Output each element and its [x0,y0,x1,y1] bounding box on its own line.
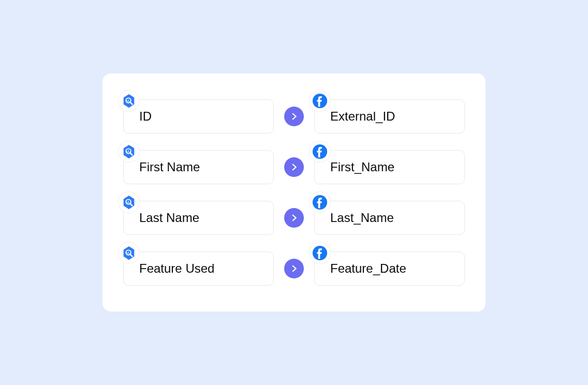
facebook-icon [312,93,328,109]
source-field-container: ID [123,99,274,134]
source-field-label: Feature Used [139,261,214,275]
bigquery-icon [121,93,137,109]
svg-marker-4 [124,145,135,158]
chevron-right-icon [289,264,299,273]
destination-field[interactable]: Last_Name [314,201,465,235]
destination-field-label: Last_Name [330,211,394,225]
bigquery-icon [121,245,137,261]
chevron-right-icon [289,213,299,223]
source-field[interactable]: Last Name [123,201,274,235]
mapping-arrow [284,259,304,278]
mapping-arrow [284,157,304,177]
svg-marker-0 [124,94,135,108]
source-badge [118,141,140,162]
destination-field-label: External_ID [330,109,395,123]
source-field-label: ID [139,109,152,123]
destination-field-container: Last_Name [314,201,465,235]
mapping-row: ID External_ID [123,99,465,134]
destination-badge [309,90,331,112]
source-badge [118,242,140,264]
destination-badge [309,242,331,264]
mapping-row: Last Name Last_Name [123,201,465,235]
source-field[interactable]: ID [123,99,274,134]
svg-marker-12 [124,246,135,260]
destination-field-label: First_Name [330,160,394,174]
destination-field-container: First_Name [314,150,465,184]
destination-field[interactable]: Feature_Date [314,251,465,286]
mapping-arrow [284,107,304,126]
source-field[interactable]: First Name [123,150,274,184]
destination-badge [309,141,331,162]
source-field[interactable]: Feature Used [123,251,274,286]
source-field-container: Feature Used [123,251,274,286]
destination-field-container: External_ID [314,99,465,134]
destination-badge [309,191,331,213]
chevron-right-icon [289,112,299,121]
facebook-icon [312,195,328,210]
mapping-row: First Name First_Name [123,150,465,184]
mapping-row: Feature Used Feature_Date [123,251,465,286]
destination-field[interactable]: First_Name [314,150,465,184]
chevron-right-icon [289,162,299,172]
facebook-icon [312,245,328,261]
destination-field-container: Feature_Date [314,251,465,286]
mapping-card: ID External_ID [102,73,486,312]
svg-marker-8 [124,196,135,209]
source-field-container: Last Name [123,201,274,235]
source-field-label: Last Name [139,211,199,225]
bigquery-icon [121,144,137,159]
source-badge [118,191,140,213]
destination-field-label: Feature_Date [330,261,406,275]
destination-field[interactable]: External_ID [314,99,465,134]
facebook-icon [312,144,328,159]
source-badge [118,90,140,112]
source-field-label: First Name [139,160,200,174]
source-field-container: First Name [123,150,274,184]
mapping-arrow [284,208,304,228]
bigquery-icon [121,195,137,210]
